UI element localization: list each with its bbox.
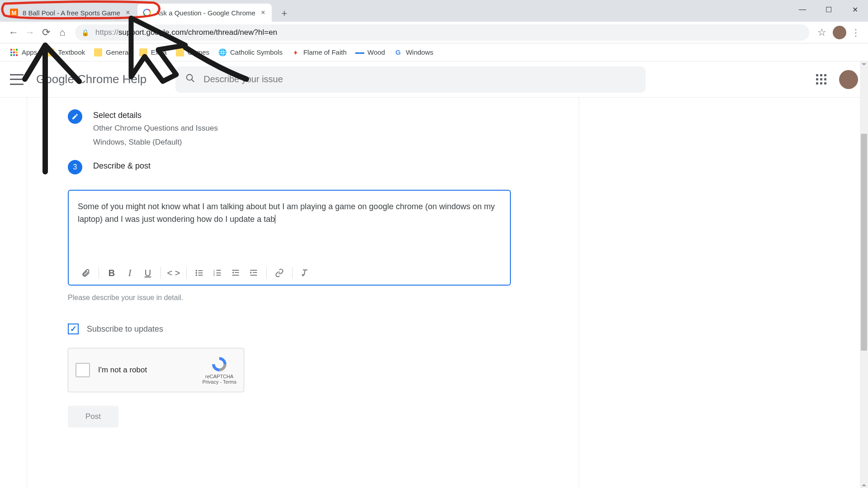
- site-header: Google Chrome Help: [0, 61, 868, 98]
- bookmark-apps[interactable]: Apps: [5, 45, 42, 60]
- main-column: Select details Other Chrome Questions an…: [27, 98, 579, 488]
- recaptcha-logo-icon: [202, 356, 236, 373]
- attach-button[interactable]: [78, 265, 94, 281]
- scrollbar-thumb[interactable]: [861, 134, 867, 351]
- svg-point-1: [187, 74, 193, 80]
- google-apps-button[interactable]: [816, 74, 826, 84]
- svg-rect-10: [217, 270, 221, 271]
- close-window-button[interactable]: ✕: [842, 0, 868, 19]
- browser-tab-0[interactable]: M 8 Ball Pool - A free Sports Game ×: [5, 4, 137, 22]
- browser-tab-1[interactable]: Ask a Question - Google Chrome ×: [137, 4, 272, 22]
- bookmark-star-button[interactable]: ☆: [814, 24, 830, 41]
- right-rail: [579, 98, 868, 488]
- svg-point-7: [196, 275, 197, 276]
- clear-format-button[interactable]: [297, 265, 313, 281]
- recaptcha-label: I'm not a robot: [98, 366, 202, 375]
- content-area: Select details Other Chrome Questions an…: [0, 98, 868, 488]
- svg-rect-8: [198, 275, 203, 276]
- account-avatar[interactable]: [839, 70, 858, 89]
- left-rail: [0, 98, 27, 488]
- search-icon: [185, 73, 195, 86]
- recaptcha-checkbox[interactable]: [75, 363, 90, 377]
- step-describe: 3 Describe & post: [68, 157, 579, 177]
- svg-rect-17: [232, 275, 239, 276]
- browser-tab-strip: M 8 Ball Pool - A free Sports Game × Ask…: [0, 0, 868, 22]
- bookmarks-bar: Apps Textbook General Extra Games 🌐Catho…: [0, 43, 868, 61]
- bookmark-folder[interactable]: General: [90, 45, 134, 60]
- bulleted-list-button[interactable]: [191, 265, 208, 281]
- bookmark-folder[interactable]: Extra: [135, 45, 171, 60]
- omnibox[interactable]: 🔒 https://support.google.com/chrome/thre…: [75, 24, 809, 41]
- subscribe-row[interactable]: ✓ Subscribe to updates: [68, 324, 579, 334]
- favicon-icon: [143, 9, 151, 17]
- help-search-input[interactable]: [203, 74, 636, 84]
- folder-icon: [46, 48, 54, 56]
- svg-rect-20: [250, 275, 257, 276]
- lock-icon: 🔒: [81, 29, 89, 36]
- tab-title: Ask a Question - Google Chrome: [156, 9, 255, 17]
- post-button[interactable]: Post: [68, 406, 118, 427]
- recaptcha-widget: I'm not a robot reCAPTCHA Privacy - Term…: [68, 348, 244, 392]
- svg-point-3: [196, 270, 197, 272]
- svg-rect-14: [217, 275, 221, 276]
- profile-avatar[interactable]: [833, 26, 846, 39]
- bookmark-link[interactable]: ♦Flame of Faith: [287, 45, 351, 60]
- svg-rect-4: [198, 271, 203, 272]
- vertical-scrollbar[interactable]: [860, 61, 868, 488]
- step-number-badge: 3: [68, 160, 82, 174]
- svg-rect-6: [198, 273, 203, 274]
- home-button[interactable]: ⌂: [54, 24, 71, 41]
- step-select-details[interactable]: Select details Other Chrome Questions an…: [68, 107, 579, 151]
- code-button[interactable]: < >: [165, 265, 182, 281]
- bookmark-link[interactable]: GWindows: [390, 45, 438, 60]
- reload-button[interactable]: ⟳: [38, 24, 54, 41]
- help-search-box[interactable]: [175, 66, 646, 93]
- close-icon[interactable]: ×: [259, 9, 267, 17]
- folder-icon: [94, 48, 102, 56]
- editor-textarea[interactable]: Some of you might not know what I am tal…: [78, 201, 501, 259]
- edit-step-icon: [68, 109, 82, 124]
- description-editor[interactable]: Some of you might not know what I am tal…: [68, 190, 511, 286]
- editor-toolbar: B I U < > 123: [78, 259, 501, 281]
- address-bar-row: ← → ⟳ ⌂ 🔒 https://support.google.com/chr…: [0, 22, 868, 43]
- svg-line-2: [192, 79, 194, 82]
- outdent-button[interactable]: [227, 265, 244, 281]
- favicon-icon: M: [10, 9, 18, 17]
- bold-button[interactable]: B: [104, 265, 120, 281]
- underline-button[interactable]: U: [140, 265, 156, 281]
- step-subtitle: Other Chrome Questions and Issues: [93, 122, 218, 134]
- bookmark-link[interactable]: 🌐Catholic Symbols: [214, 45, 287, 60]
- svg-rect-12: [217, 273, 221, 274]
- site-title: Google Chrome Help: [36, 72, 146, 86]
- google-g-icon: G: [394, 48, 402, 56]
- svg-rect-18: [250, 270, 257, 271]
- minimize-button[interactable]: —: [789, 0, 816, 19]
- chrome-menu-button[interactable]: ⋮: [849, 26, 863, 39]
- svg-rect-16: [235, 272, 239, 273]
- link-button[interactable]: [271, 265, 288, 281]
- back-button[interactable]: ←: [5, 24, 22, 41]
- recaptcha-branding: reCAPTCHA Privacy - Terms: [202, 356, 236, 385]
- subscribe-label: Subscribe to updates: [87, 324, 163, 334]
- folder-icon: [139, 48, 147, 56]
- globe-icon: 🌐: [218, 48, 226, 56]
- numbered-list-button[interactable]: 123: [209, 265, 226, 281]
- window-controls: — ☐ ✕: [789, 0, 868, 19]
- maximize-button[interactable]: ☐: [816, 0, 842, 19]
- svg-rect-19: [253, 272, 257, 273]
- bookmark-folder[interactable]: Games: [171, 45, 214, 60]
- subscribe-checkbox[interactable]: ✓: [68, 324, 79, 334]
- bookmark-link[interactable]: ▬▬Wood: [351, 45, 390, 60]
- new-tab-button[interactable]: +: [276, 5, 292, 22]
- close-icon[interactable]: ×: [124, 9, 132, 17]
- bookmark-folder[interactable]: Textbook: [42, 45, 90, 60]
- step-title: Select details: [93, 111, 218, 120]
- svg-point-5: [196, 272, 197, 274]
- hamburger-menu-button[interactable]: [10, 74, 24, 85]
- svg-rect-15: [232, 270, 239, 271]
- forward-button[interactable]: →: [22, 24, 38, 41]
- italic-button[interactable]: I: [122, 265, 138, 281]
- indent-button[interactable]: [245, 265, 262, 281]
- step-title: Describe & post: [93, 161, 151, 171]
- folder-icon: [176, 48, 184, 56]
